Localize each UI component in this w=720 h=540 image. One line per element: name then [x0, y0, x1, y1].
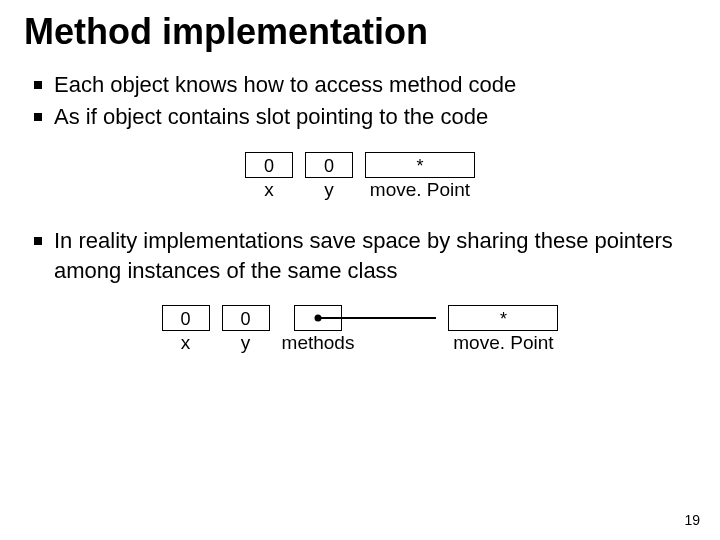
top-bullets: Each object knows how to access method c… — [24, 70, 696, 132]
bullet-item: Each object knows how to access method c… — [24, 70, 696, 100]
diagram-2: 0 x 0 y methods * move. Point — [24, 305, 696, 355]
cell-value: * — [448, 305, 558, 331]
cell-label: x — [162, 331, 210, 355]
bottom-bullets: In reality implementations save space by… — [24, 226, 696, 285]
cell-label: move. Point — [453, 331, 553, 355]
page-number: 19 — [684, 512, 700, 528]
bullet-item: As if object contains slot pointing to t… — [24, 102, 696, 132]
cell-value: 0 — [305, 152, 353, 178]
diagram-cell: 0 x — [162, 305, 210, 355]
diagram-cell: 0 x — [245, 152, 293, 202]
cell-label: y — [222, 331, 270, 355]
diagram-cell: * move. Point — [365, 152, 475, 202]
cell-label: y — [305, 178, 353, 202]
diagram-cell: 0 y — [305, 152, 353, 202]
cell-label: x — [245, 178, 293, 202]
cell-value: * — [365, 152, 475, 178]
cell-label: methods — [282, 331, 355, 355]
bullet-item: In reality implementations save space by… — [24, 226, 696, 285]
slide: Method implementation Each object knows … — [0, 0, 720, 540]
cell-label: move. Point — [370, 178, 470, 202]
cell-value: 0 — [222, 305, 270, 331]
cell-value: 0 — [245, 152, 293, 178]
diagram-cell: 0 y — [222, 305, 270, 355]
slide-title: Method implementation — [24, 12, 696, 52]
diagram-cell: * move. Point — [448, 305, 558, 355]
cell-value: 0 — [162, 305, 210, 331]
pointer-arrow-icon — [318, 317, 436, 319]
diagram-cell: methods — [282, 305, 355, 355]
diagram-1: 0 x 0 y * move. Point — [24, 152, 696, 202]
cell-pointer — [294, 305, 342, 331]
